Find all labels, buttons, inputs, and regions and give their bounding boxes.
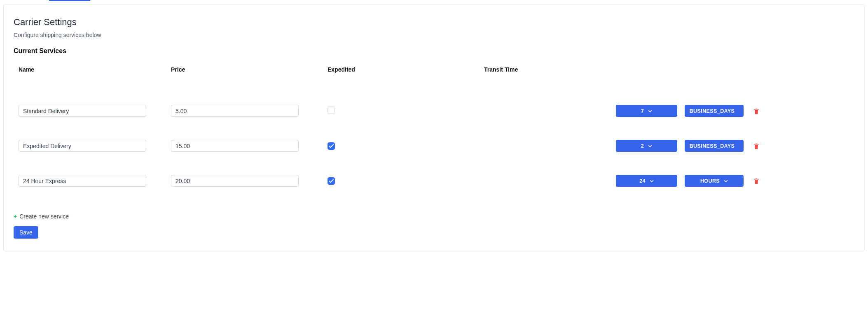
expedited-checkbox[interactable] <box>328 142 335 150</box>
services-table: Name Price Expedited Transit Time <box>14 66 854 198</box>
service-name-input[interactable] <box>19 140 146 152</box>
create-service-button[interactable]: + Create new service <box>14 213 69 220</box>
trash-icon <box>753 178 760 184</box>
col-transit: Transit Time <box>484 66 616 73</box>
service-price-input[interactable] <box>171 175 299 187</box>
delete-row-button[interactable] <box>753 107 760 115</box>
table-row: 2 BUSINESS_DAYS <box>14 128 854 163</box>
carrier-settings-panel: Carrier Settings Configure shipping serv… <box>3 4 865 251</box>
save-button[interactable]: Save <box>14 226 38 239</box>
chevron-down-icon <box>648 109 652 113</box>
expedited-checkbox[interactable] <box>328 107 335 114</box>
plus-icon: + <box>14 213 17 220</box>
chevron-down-icon <box>650 179 654 183</box>
col-name: Name <box>14 66 171 73</box>
create-service-label: Create new service <box>19 213 69 220</box>
page-title: Carrier Settings <box>14 17 854 28</box>
col-expedited: Expedited <box>328 66 484 73</box>
service-name-input[interactable] <box>19 105 146 117</box>
transit-value-label: 2 <box>641 143 644 149</box>
col-price: Price <box>171 66 328 73</box>
chevron-down-icon <box>648 144 652 148</box>
transit-value-dropdown[interactable]: 7 <box>616 105 677 117</box>
expedited-checkbox[interactable] <box>328 177 335 185</box>
trash-icon <box>753 143 760 149</box>
check-icon <box>329 144 334 149</box>
trash-icon <box>753 108 760 114</box>
transit-unit-dropdown[interactable]: HOURS <box>685 175 744 187</box>
chevron-down-icon <box>724 179 728 183</box>
transit-unit-label: BUSINESS_DAYS <box>690 108 735 114</box>
table-header-row: Name Price Expedited Transit Time <box>14 66 854 73</box>
table-row: 7 BUSINESS_DAYS <box>14 93 854 128</box>
transit-unit-dropdown[interactable]: BUSINESS_DAYS <box>685 140 744 152</box>
page-subtitle: Configure shipping services below <box>14 32 854 38</box>
transit-value-label: 7 <box>641 108 644 114</box>
transit-unit-label: BUSINESS_DAYS <box>690 143 735 149</box>
service-name-input[interactable] <box>19 175 146 187</box>
transit-value-label: 24 <box>639 178 646 184</box>
check-icon <box>329 179 334 183</box>
service-price-input[interactable] <box>171 140 299 152</box>
table-row: 24 HOURS <box>14 163 854 198</box>
delete-row-button[interactable] <box>753 142 760 150</box>
section-heading: Current Services <box>14 47 854 55</box>
transit-unit-dropdown[interactable]: BUSINESS_DAYS <box>685 105 744 117</box>
service-price-input[interactable] <box>171 105 299 117</box>
delete-row-button[interactable] <box>753 177 760 185</box>
transit-unit-label: HOURS <box>700 178 720 184</box>
transit-value-dropdown[interactable]: 2 <box>616 140 677 152</box>
transit-value-dropdown[interactable]: 24 <box>616 175 677 187</box>
